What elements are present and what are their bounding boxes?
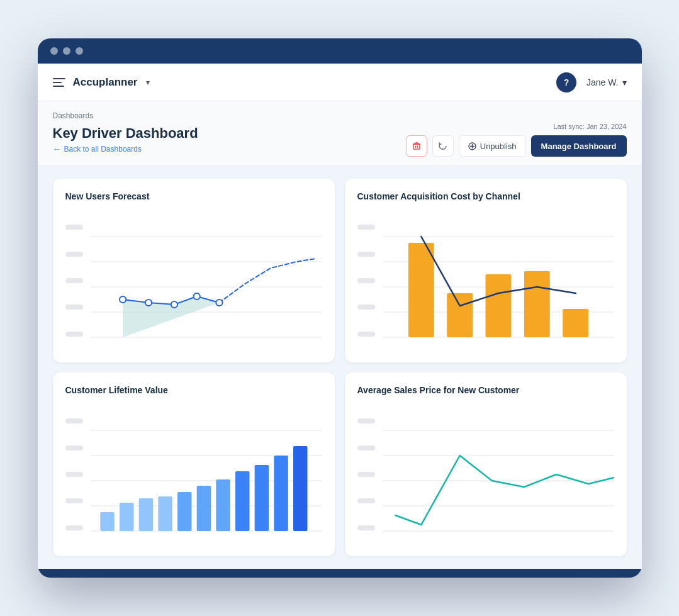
y-label [357, 472, 375, 477]
browser-titlebar [38, 38, 642, 64]
sync-status: Last sync: Jan 23, 2024 [553, 123, 626, 130]
svg-rect-23 [408, 243, 434, 337]
browser-window: Accuplanner ▾ ? Jane W. ▾ Dashboards Key… [38, 38, 642, 578]
breadcrumb: Dashboards [53, 111, 627, 120]
svg-point-15 [171, 301, 177, 308]
svg-rect-24 [447, 293, 473, 337]
svg-rect-26 [524, 271, 549, 337]
y-label [65, 278, 83, 283]
svg-rect-43 [293, 446, 307, 531]
y-label [357, 278, 375, 283]
user-menu[interactable]: Jane W. ▾ [586, 77, 627, 87]
y-labels-chart2 [357, 211, 375, 350]
delete-button[interactable] [406, 135, 427, 157]
y-label [65, 445, 83, 451]
chart-area-avg-sales-price [357, 405, 614, 544]
unpublish-button[interactable]: Unpublish [459, 135, 526, 157]
y-labels-chart4 [357, 405, 375, 544]
chart-card-avg-sales-price: Average Sales Price for New Customer [345, 372, 627, 556]
browser-dot-1 [50, 47, 58, 55]
svg-rect-34 [120, 503, 133, 531]
svg-rect-37 [177, 492, 191, 531]
navbar-left: Accuplanner ▾ [53, 76, 150, 89]
refresh-button[interactable] [432, 135, 454, 157]
y-label [65, 225, 83, 230]
page-header-row: Key Driver Dashboard ← Back to all Dashb… [53, 123, 627, 157]
y-label [357, 332, 375, 337]
svg-rect-25 [485, 274, 511, 337]
chart-title-avg-sales-price: Average Sales Price for New Customer [357, 385, 614, 395]
navbar-right: ? Jane W. ▾ [556, 72, 627, 92]
manage-dashboard-button[interactable]: Manage Dashboard [531, 135, 627, 157]
back-to-dashboards-link[interactable]: ← Back to all Dashboards [53, 144, 198, 154]
back-link-text: Back to all Dashboards [64, 145, 142, 154]
y-label [357, 498, 375, 503]
y-label [357, 305, 375, 310]
svg-rect-36 [158, 496, 172, 531]
page-title-section: Key Driver Dashboard ← Back to all Dashb… [53, 125, 198, 154]
page-title: Key Driver Dashboard [53, 125, 198, 142]
dashboard-grid: New Users Forecast [53, 179, 627, 556]
y-label [357, 445, 375, 451]
chart-area-new-users [65, 211, 322, 350]
chart-area-lifetime-value [65, 405, 322, 544]
svg-rect-39 [216, 479, 230, 531]
user-dropdown-arrow: ▾ [622, 77, 627, 87]
y-labels-chart1 [65, 211, 83, 350]
page-header: Dashboards Key Driver Dashboard ← Back t… [38, 101, 642, 166]
y-label [357, 225, 375, 230]
svg-rect-27 [563, 309, 588, 337]
svg-rect-40 [235, 471, 249, 531]
y-label [357, 418, 375, 423]
svg-point-16 [193, 293, 199, 300]
svg-rect-33 [100, 512, 114, 531]
lifetime-value-chart-svg [91, 405, 322, 544]
y-labels-chart3 [65, 405, 83, 544]
chart-card-new-users: New Users Forecast [53, 179, 335, 362]
app-name: Accuplanner [73, 76, 138, 89]
new-users-chart-svg [91, 211, 322, 350]
page-header-actions: Last sync: Jan 23, 2024 [406, 123, 627, 157]
back-arrow-icon: ← [53, 144, 62, 154]
acquisition-chart-svg [383, 211, 614, 350]
y-label [65, 418, 83, 423]
svg-rect-41 [254, 465, 268, 531]
bottom-bar [38, 569, 642, 578]
unpublish-icon [468, 142, 476, 150]
navbar: Accuplanner ▾ ? Jane W. ▾ [38, 64, 642, 101]
chart-area-acquisition-cost [357, 211, 614, 350]
y-label [65, 252, 83, 257]
svg-rect-38 [196, 486, 210, 531]
chart-card-acquisition-cost: Customer Acquisition Cost by Channel [345, 179, 627, 362]
chart-title-lifetime-value: Customer Lifetime Value [65, 385, 322, 395]
y-label [65, 525, 83, 530]
y-label [65, 472, 83, 477]
y-label [65, 332, 83, 337]
y-label [65, 498, 83, 503]
svg-rect-0 [413, 144, 420, 149]
y-label [357, 252, 375, 257]
app-container: Accuplanner ▾ ? Jane W. ▾ Dashboards Key… [38, 64, 642, 578]
avg-sales-price-chart-svg [383, 405, 614, 544]
browser-dot-2 [63, 47, 70, 55]
browser-dot-3 [76, 47, 83, 55]
action-buttons: Unpublish Manage Dashboard [406, 135, 627, 157]
y-label [65, 305, 83, 310]
svg-rect-35 [138, 498, 152, 531]
svg-rect-42 [274, 456, 288, 531]
svg-point-17 [216, 300, 222, 306]
chart-title-acquisition-cost: Customer Acquisition Cost by Channel [357, 191, 614, 201]
hamburger-menu-button[interactable] [53, 78, 65, 87]
svg-point-14 [145, 300, 151, 306]
trash-icon [412, 142, 421, 150]
y-label [357, 525, 375, 530]
dashboard-content: New Users Forecast [38, 166, 642, 569]
app-dropdown-arrow[interactable]: ▾ [146, 78, 150, 87]
chart-card-lifetime-value: Customer Lifetime Value [53, 372, 335, 556]
user-name: Jane W. [586, 77, 619, 87]
svg-point-13 [120, 296, 126, 303]
chart-title-new-users: New Users Forecast [65, 191, 322, 201]
help-button[interactable]: ? [556, 72, 576, 92]
unpublish-label: Unpublish [480, 142, 517, 151]
refresh-icon [438, 142, 447, 151]
